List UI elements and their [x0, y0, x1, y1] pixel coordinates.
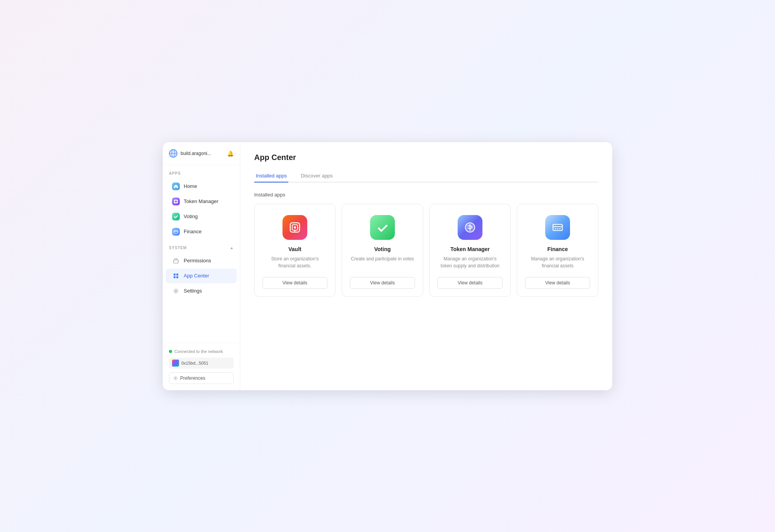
org-globe-icon: [169, 149, 177, 158]
vault-app-name: Vault: [288, 246, 301, 252]
voting-app-description: Create and participate in votes: [351, 255, 414, 269]
tab-installed-apps[interactable]: Installed apps: [254, 170, 288, 182]
sidebar-item-voting[interactable]: Voting: [166, 209, 237, 224]
home-icon: [172, 182, 180, 190]
vault-icon-svg: [288, 220, 302, 234]
system-section-header: SYSTEM ▲: [163, 239, 240, 253]
sidebar-item-token-manager[interactable]: Token Manager: [166, 194, 237, 209]
sidebar: build.aragoni... 🔔 APPS Home Token Manag…: [163, 142, 240, 390]
address-text: 0x15bd...5051: [181, 361, 208, 365]
sidebar-item-app-center-label: App Center: [184, 273, 209, 279]
svg-rect-5: [174, 231, 178, 233]
finance-app-icon: [545, 215, 570, 240]
sidebar-item-settings[interactable]: Settings: [166, 284, 237, 298]
apps-section: APPS Home Token Manager Voting: [163, 165, 240, 239]
bell-icon[interactable]: 🔔: [227, 150, 234, 157]
sidebar-item-app-center[interactable]: App Center: [166, 269, 237, 283]
svg-point-11: [175, 290, 177, 292]
sidebar-item-permissions-label: Permissions: [184, 258, 211, 263]
token-manager-app-description: Manage an organization's token supply an…: [437, 255, 503, 269]
app-center-icon: [172, 272, 180, 280]
tab-discover-apps[interactable]: Discover apps: [299, 170, 334, 182]
svg-rect-10: [176, 276, 178, 278]
finance-view-details-button[interactable]: View details: [525, 277, 590, 289]
app-card-voting: Voting Create and participate in votes V…: [342, 204, 423, 297]
sidebar-item-finance-label: Finance: [184, 229, 202, 234]
network-dot: [169, 350, 172, 353]
sidebar-bottom: Connected to the network 0x15bd...5051 P…: [163, 343, 240, 390]
svg-point-15: [294, 226, 296, 229]
app-card-vault: Vault Store an organization's financial …: [254, 204, 336, 297]
collapse-icon[interactable]: ▲: [230, 246, 234, 250]
sidebar-item-voting-label: Voting: [184, 213, 198, 219]
finance-icon: [172, 228, 180, 236]
settings-icon: [172, 287, 180, 295]
svg-rect-20: [557, 228, 558, 229]
sidebar-item-token-label: Token Manager: [184, 198, 219, 204]
vault-app-icon: [282, 215, 307, 240]
voting-view-details-button[interactable]: View details: [350, 277, 415, 289]
svg-point-12: [175, 377, 176, 379]
sidebar-item-settings-label: Settings: [184, 288, 202, 294]
sidebar-item-finance[interactable]: Finance: [166, 224, 237, 239]
address-badge[interactable]: 0x15bd...5051: [169, 358, 234, 368]
system-section: SYSTEM ▲ Permissions App: [163, 239, 240, 299]
voting-app-icon: [370, 215, 395, 240]
vault-view-details-button[interactable]: View details: [262, 277, 327, 289]
sidebar-item-home-label: Home: [184, 183, 197, 189]
preferences-gear-icon: [173, 376, 178, 380]
sidebar-header: build.aragoni... 🔔: [163, 142, 240, 165]
svg-rect-6: [174, 260, 178, 263]
finance-app-name: Finance: [548, 246, 568, 252]
svg-rect-21: [559, 228, 561, 229]
page-title: App Center: [254, 153, 598, 162]
svg-rect-17: [553, 224, 562, 231]
sidebar-item-permissions[interactable]: Permissions: [166, 253, 237, 268]
svg-rect-8: [176, 274, 178, 275]
token-manager-icon-svg: [463, 220, 477, 234]
voting-app-name: Voting: [374, 246, 391, 252]
finance-icon-svg: [551, 220, 565, 234]
main-content: App Center Installed apps Discover apps …: [240, 142, 612, 390]
app-window: build.aragoni... 🔔 APPS Home Token Manag…: [163, 142, 612, 390]
main-inner: App Center Installed apps Discover apps …: [240, 142, 612, 390]
address-avatar: [172, 360, 179, 367]
apps-grid: Vault Store an organization's financial …: [254, 204, 598, 297]
svg-rect-19: [555, 228, 556, 229]
svg-rect-9: [174, 276, 176, 278]
voting-icon: [172, 213, 180, 220]
sidebar-item-home[interactable]: Home: [166, 179, 237, 194]
finance-app-description: Manage an organization's financial asset…: [525, 255, 590, 269]
vault-app-description: Store an organization's financial assets…: [262, 255, 327, 269]
preferences-label: Preferences: [180, 375, 205, 381]
voting-icon-svg: [375, 220, 389, 234]
network-label: Connected to the network: [174, 349, 223, 354]
app-card-token-manager: Token Manager Manage an organization's t…: [429, 204, 511, 297]
installed-apps-section-label: Installed apps: [254, 192, 598, 198]
token-manager-icon: [172, 198, 180, 205]
org-name: build.aragoni...: [181, 151, 211, 156]
permissions-icon: [172, 257, 180, 265]
token-manager-app-name: Token Manager: [450, 246, 490, 252]
token-manager-app-icon: [458, 215, 482, 240]
app-card-finance: Finance Manage an organization's financi…: [517, 204, 598, 297]
apps-section-label: APPS: [163, 165, 240, 179]
network-status: Connected to the network: [169, 349, 234, 354]
svg-rect-7: [174, 274, 176, 275]
preferences-button[interactable]: Preferences: [169, 372, 234, 384]
org-info: build.aragoni...: [169, 149, 211, 158]
tabs-row: Installed apps Discover apps: [254, 170, 598, 182]
system-section-label: SYSTEM: [169, 246, 187, 250]
token-manager-view-details-button[interactable]: View details: [437, 277, 503, 289]
